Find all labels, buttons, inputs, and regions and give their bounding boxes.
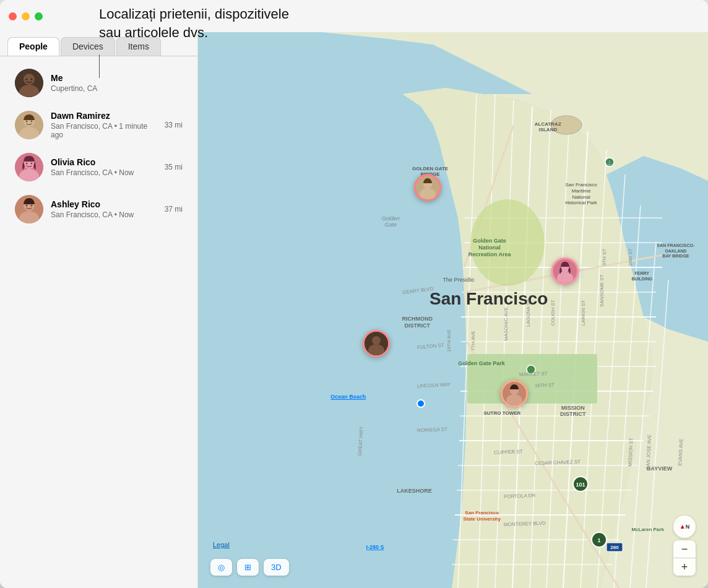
tooltip-pointer-line [99, 54, 100, 78]
avatar-olivia [15, 153, 43, 181]
sidebar: People Devices Items [0, 32, 198, 588]
location-button[interactable]: ◎ [210, 559, 232, 576]
person-list: Me Cupertino, CA [0, 56, 197, 588]
svg-point-18 [26, 205, 28, 207]
avatar-dawn [15, 111, 43, 139]
person-name-dawn: Dawn Ramirez [51, 111, 160, 121]
person-info-olivia: Olivia Rico San Francisco, CA • Now [51, 157, 160, 177]
svg-text:280: 280 [610, 545, 619, 550]
person-name-me: Me [51, 73, 183, 83]
person-location-ashley: San Francisco, CA • Now [51, 210, 160, 219]
svg-point-1 [24, 74, 35, 85]
svg-point-60 [417, 400, 425, 407]
app-window: Localizați prietenii, dispozitivele sau … [0, 0, 708, 588]
tab-items[interactable]: Items [116, 37, 161, 56]
title-bar [0, 0, 708, 32]
svg-point-13 [26, 163, 28, 165]
tab-people[interactable]: People [7, 37, 59, 56]
legal-link[interactable]: Legal [213, 541, 230, 548]
svg-point-52 [470, 199, 545, 286]
window-controls [9, 12, 43, 20]
location-icon: ◎ [218, 563, 225, 572]
person-distance-dawn: 33 mi [165, 121, 183, 129]
map-pin-ashley[interactable] [501, 380, 528, 407]
zoom-controls: − + [673, 540, 696, 576]
zoom-out-button[interactable]: − [673, 540, 696, 558]
svg-point-8 [26, 121, 28, 123]
person-name-olivia: Olivia Rico [51, 157, 160, 167]
tab-devices[interactable]: Devices [61, 37, 115, 56]
svg-text:101: 101 [576, 482, 585, 488]
svg-point-65 [527, 365, 535, 374]
map-pin-me[interactable] [363, 330, 390, 357]
three-d-button[interactable]: 3D [264, 559, 289, 576]
svg-point-4 [31, 79, 33, 80]
person-item-dawn[interactable]: Dawn Ramirez San Francisco, CA • 1 minut… [5, 105, 192, 145]
svg-point-61 [551, 116, 582, 134]
map-pin-olivia[interactable] [551, 257, 579, 285]
map-type-icon: ⊞ [244, 563, 251, 572]
svg-point-14 [31, 163, 33, 165]
avatar-me [15, 69, 43, 97]
map-pin-dawn[interactable] [414, 174, 441, 201]
map-type-button[interactable]: ⊞ [237, 559, 259, 576]
svg-text:⚓: ⚓ [607, 160, 613, 166]
person-location-dawn: San Francisco, CA • 1 minute ago [51, 122, 160, 139]
three-d-label: 3D [271, 563, 282, 572]
person-name-ashley: Ashley Rico [51, 199, 160, 209]
person-location-olivia: San Francisco, CA • Now [51, 168, 160, 177]
svg-point-3 [26, 79, 28, 80]
compass[interactable]: ▲ N [673, 516, 696, 538]
map-controls-right: ▲ N − + [673, 516, 696, 576]
map-svg: 101 1 I-280 S 280 ⚓ [198, 32, 708, 588]
person-distance-olivia: 35 mi [165, 163, 183, 171]
person-distance-ashley: 37 mi [165, 205, 183, 214]
svg-text:I-280 S: I-280 S [366, 544, 384, 550]
person-info-me: Me Cupertino, CA [51, 73, 183, 93]
svg-point-73 [372, 336, 381, 345]
zoom-in-button[interactable]: + [673, 558, 696, 576]
person-info-ashley: Ashley Rico San Francisco, CA • Now [51, 199, 160, 219]
svg-point-9 [31, 121, 33, 123]
person-info-dawn: Dawn Ramirez San Francisco, CA • 1 minut… [51, 111, 160, 139]
maximize-button[interactable] [35, 12, 43, 20]
svg-point-19 [31, 205, 33, 207]
person-location-me: Cupertino, CA [51, 84, 183, 93]
avatar-ashley [15, 195, 43, 223]
close-button[interactable] [9, 12, 17, 20]
minimize-button[interactable] [22, 12, 30, 20]
tab-bar: People Devices Items [0, 32, 197, 56]
map-controls-bottom: ◎ ⊞ 3D [210, 559, 289, 576]
map-area[interactable]: 101 1 I-280 S 280 ⚓ San Francisco [198, 32, 708, 588]
svg-rect-51 [467, 354, 597, 404]
main-content: People Devices Items [0, 32, 708, 588]
person-item-ashley[interactable]: Ashley Rico San Francisco, CA • Now 37 m… [5, 189, 192, 230]
person-item-olivia[interactable]: Olivia Rico San Francisco, CA • Now 35 m… [5, 147, 192, 188]
svg-text:1: 1 [597, 537, 600, 543]
